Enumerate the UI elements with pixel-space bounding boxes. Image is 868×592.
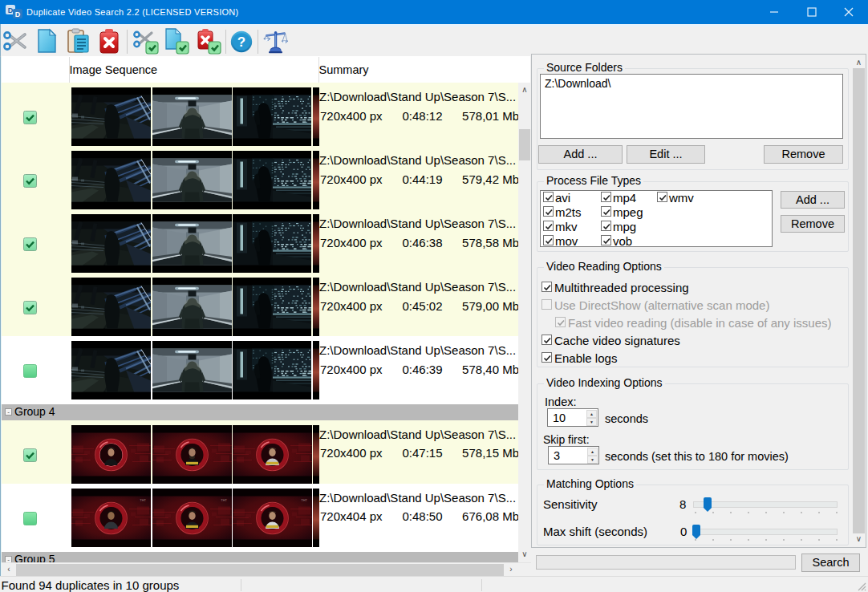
svg-text:D: D: [15, 10, 21, 18]
svg-text:D: D: [8, 6, 14, 14]
svg-text:?: ?: [237, 34, 245, 50]
